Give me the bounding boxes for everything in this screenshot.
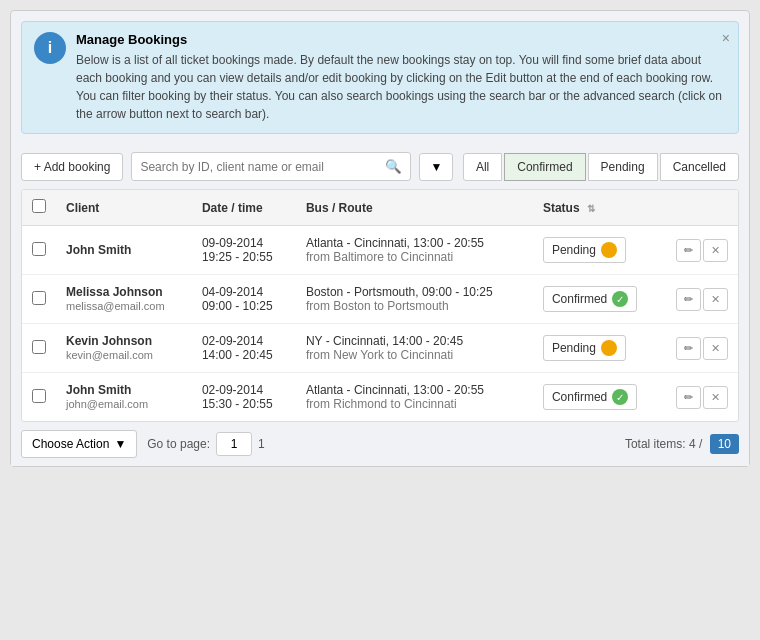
status-cell: Confirmed ✓: [533, 275, 664, 324]
bookings-table: Client Date / time Bus / Route Status ⇅ …: [22, 190, 738, 421]
datetime-cell: 02-09-201414:00 - 20:45: [192, 324, 296, 373]
actions-cell: ✏✕: [664, 275, 738, 324]
edit-button[interactable]: ✏: [676, 288, 701, 311]
total-items: Total items: 4 / 10: [625, 434, 739, 454]
client-name: Melissa Johnson: [66, 285, 182, 299]
datetime-cell: 04-09-201409:00 - 10:25: [192, 275, 296, 324]
table-row: Melissa Johnsonmelissa@email.com04-09-20…: [22, 275, 738, 324]
edit-button[interactable]: ✏: [676, 337, 701, 360]
total-count-button[interactable]: 10: [710, 434, 739, 454]
booking-date: 02-09-2014: [202, 334, 263, 348]
actions-cell: ✏✕: [664, 226, 738, 275]
table-row: John Smithjohn@email.com02-09-201415:30 …: [22, 373, 738, 422]
edit-button[interactable]: ✏: [676, 386, 701, 409]
delete-button[interactable]: ✕: [703, 337, 728, 360]
route-cell: Atlanta - Cincinnati, 13:00 - 20:55from …: [296, 226, 533, 275]
pending-icon: [601, 242, 617, 258]
status-col-header: Status ⇅: [533, 190, 664, 226]
booking-time: 09:00 - 10:25: [202, 299, 273, 313]
status-badge: Pending: [543, 237, 626, 263]
booking-date: 02-09-2014: [202, 383, 263, 397]
table-header-row: Client Date / time Bus / Route Status ⇅: [22, 190, 738, 226]
status-cell: Confirmed ✓: [533, 373, 664, 422]
banner-title: Manage Bookings: [76, 32, 726, 47]
client-cell: John Smith: [56, 226, 192, 275]
actions-col-header: [664, 190, 738, 226]
client-cell: Kevin Johnsonkevin@email.com: [56, 324, 192, 373]
row-checkbox[interactable]: [32, 340, 46, 354]
route-cell: Boston - Portsmouth, 09:00 - 10:25from B…: [296, 275, 533, 324]
status-badge: Pending: [543, 335, 626, 361]
advanced-search-button[interactable]: ▼: [419, 153, 453, 181]
filter-confirmed-button[interactable]: Confirmed: [504, 153, 585, 181]
table-row: Kevin Johnsonkevin@email.com02-09-201414…: [22, 324, 738, 373]
filter-all-button[interactable]: All: [463, 153, 502, 181]
datetime-cell: 09-09-201419:25 - 20:55: [192, 226, 296, 275]
booking-time: 15:30 - 20:55: [202, 397, 273, 411]
choose-action-label: Choose Action: [32, 437, 109, 451]
row-checkbox[interactable]: [32, 242, 46, 256]
filter-buttons: All Confirmed Pending Cancelled: [463, 153, 739, 181]
client-cell: John Smithjohn@email.com: [56, 373, 192, 422]
delete-button[interactable]: ✕: [703, 386, 728, 409]
route-cell: NY - Cincinnati, 14:00 - 20:45from New Y…: [296, 324, 533, 373]
total-items-label: Total items: 4 /: [625, 437, 702, 451]
booking-date: 09-09-2014: [202, 236, 263, 250]
route-main: Atlanta - Cincinnati, 13:00 - 20:55: [306, 383, 484, 397]
confirmed-icon: ✓: [612, 291, 628, 307]
client-email: melissa@email.com: [66, 300, 165, 312]
row-checkbox[interactable]: [32, 291, 46, 305]
status-cell: Pending: [533, 324, 664, 373]
filter-cancelled-button[interactable]: Cancelled: [660, 153, 739, 181]
filter-pending-button[interactable]: Pending: [588, 153, 658, 181]
edit-button[interactable]: ✏: [676, 239, 701, 262]
actions-cell: ✏✕: [664, 373, 738, 422]
actions-cell: ✏✕: [664, 324, 738, 373]
client-cell: Melissa Johnsonmelissa@email.com: [56, 275, 192, 324]
datetime-cell: 02-09-201415:30 - 20:55: [192, 373, 296, 422]
choose-action-arrow-icon: ▼: [114, 437, 126, 451]
route-sub: from New York to Cincinnati: [306, 348, 453, 362]
banner-body: Below is a list of all ticket bookings m…: [76, 51, 726, 123]
bookings-table-wrapper: Client Date / time Bus / Route Status ⇅ …: [21, 189, 739, 422]
client-col-header: Client: [56, 190, 192, 226]
client-email: john@email.com: [66, 398, 148, 410]
status-cell: Pending: [533, 226, 664, 275]
datetime-col-header: Date / time: [192, 190, 296, 226]
choose-action-button[interactable]: Choose Action ▼: [21, 430, 137, 458]
close-banner-button[interactable]: ×: [722, 30, 730, 46]
total-pages-label: 1: [258, 437, 265, 451]
select-all-checkbox[interactable]: [32, 199, 46, 213]
goto-page: Go to page: 1: [147, 432, 264, 456]
route-cell: Atlanta - Cincinnati, 13:00 - 20:55from …: [296, 373, 533, 422]
toolbar: + Add booking 🔍 ▼ All Confirmed Pending …: [11, 144, 749, 189]
busroute-col-header: Bus / Route: [296, 190, 533, 226]
route-main: Boston - Portsmouth, 09:00 - 10:25: [306, 285, 493, 299]
table-row: John Smith09-09-201419:25 - 20:55Atlanta…: [22, 226, 738, 275]
search-input[interactable]: [132, 154, 377, 180]
add-booking-button[interactable]: + Add booking: [21, 153, 123, 181]
info-icon: i: [34, 32, 66, 64]
route-main: Atlanta - Cincinnati, 13:00 - 20:55: [306, 236, 484, 250]
route-sub: from Baltimore to Cincinnati: [306, 250, 453, 264]
banner-text: Manage Bookings Below is a list of all t…: [76, 32, 726, 123]
row-checkbox[interactable]: [32, 389, 46, 403]
status-badge: Confirmed ✓: [543, 384, 637, 410]
client-name: Kevin Johnson: [66, 334, 182, 348]
page-number-input[interactable]: [216, 432, 252, 456]
select-all-header: [22, 190, 56, 226]
status-sort-icon: ⇅: [587, 203, 595, 214]
delete-button[interactable]: ✕: [703, 239, 728, 262]
search-icon-button[interactable]: 🔍: [377, 153, 410, 180]
status-badge: Confirmed ✓: [543, 286, 637, 312]
goto-page-label: Go to page:: [147, 437, 210, 451]
delete-button[interactable]: ✕: [703, 288, 728, 311]
client-name: John Smith: [66, 243, 182, 257]
footer-bar: Choose Action ▼ Go to page: 1 Total item…: [11, 422, 749, 466]
info-banner: i Manage Bookings Below is a list of all…: [21, 21, 739, 134]
client-name: John Smith: [66, 383, 182, 397]
booking-time: 19:25 - 20:55: [202, 250, 273, 264]
search-wrapper: 🔍: [131, 152, 411, 181]
route-main: NY - Cincinnati, 14:00 - 20:45: [306, 334, 463, 348]
booking-date: 04-09-2014: [202, 285, 263, 299]
